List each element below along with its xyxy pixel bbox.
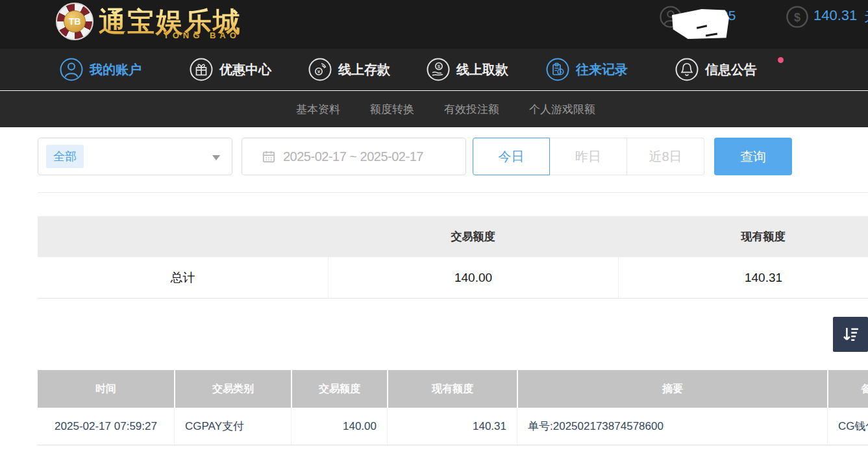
svg-text:¥: ¥ bbox=[317, 69, 321, 75]
brand-name-en: TONG BAO bbox=[164, 31, 240, 40]
summary-total-row: 总计 140.00 140.31 bbox=[38, 257, 868, 299]
record-time: 2025-02-17 07:59:27 bbox=[38, 408, 174, 445]
summary-total-label: 总计 bbox=[38, 257, 328, 298]
brand-chip-label: TB bbox=[64, 10, 86, 32]
chevron-down-icon bbox=[212, 155, 220, 160]
nav-label: 优惠中心 bbox=[219, 61, 271, 79]
record-type: CGPAY支付 bbox=[174, 408, 291, 445]
records-header-time: 时间 bbox=[38, 370, 174, 408]
announcement-notification-dot bbox=[778, 57, 784, 63]
calendar-icon bbox=[262, 149, 276, 164]
main-nav: 我的账户 优惠中心 ¥ 线上存款 $ 线上取款 bbox=[0, 49, 868, 90]
svg-text:$: $ bbox=[438, 64, 441, 69]
svg-text:$: $ bbox=[794, 11, 800, 24]
quick-range-today[interactable]: 今日 bbox=[473, 138, 550, 175]
date-range-input[interactable]: 2025-02-17 ~ 2025-02-17 bbox=[242, 138, 466, 175]
subnav-item-quota-transfer[interactable]: 额度转换 bbox=[370, 102, 414, 117]
selected-type-tag: 全部 bbox=[46, 145, 84, 168]
nav-item-deposit[interactable]: ¥ 线上存款 bbox=[308, 49, 390, 90]
nav-item-transaction-records[interactable]: 往来记录 bbox=[546, 49, 628, 90]
bell-icon bbox=[675, 58, 699, 81]
summary-header-blank bbox=[38, 216, 328, 257]
records-header-balance: 现有额度 bbox=[387, 370, 517, 408]
top-bar: TB 通宝娱乐城 TONG BAO 25 $ 140.31 元 bbox=[0, 0, 868, 49]
summary-header-current-balance: 现有额度 bbox=[618, 216, 868, 257]
nav-label: 往来记录 bbox=[576, 61, 628, 79]
sub-nav: 基本资料 额度转换 有效投注额 个人游戏限额 bbox=[0, 91, 868, 127]
summary-total-amount: 140.00 bbox=[328, 257, 618, 298]
record-amount: 140.00 bbox=[291, 408, 387, 445]
transaction-type-select[interactable]: 全部 bbox=[38, 138, 232, 175]
records-header-amount: 交易额度 bbox=[291, 370, 387, 408]
brand-chip-logo: TB bbox=[56, 3, 93, 40]
username-redaction-scribble bbox=[672, 9, 729, 39]
record-summary: 单号:202502173874578600 bbox=[517, 408, 827, 445]
records-icon bbox=[546, 58, 569, 81]
quick-range-group: 今日 昨日 近8日 bbox=[473, 138, 704, 175]
quick-range-last8days[interactable]: 近8日 bbox=[627, 138, 704, 175]
summary-table-header: 交易额度 现有额度 bbox=[38, 216, 868, 257]
nav-item-promotions[interactable]: 优惠中心 bbox=[190, 49, 271, 90]
records-header-type: 交易类别 bbox=[174, 370, 291, 408]
balance-amount: 140.31 bbox=[813, 7, 857, 24]
user-icon bbox=[60, 58, 83, 81]
subnav-item-game-limits[interactable]: 个人游戏限额 bbox=[529, 102, 595, 117]
records-table-row: 2025-02-17 07:59:27 CGPAY支付 140.00 140.3… bbox=[38, 408, 868, 445]
scribble-mark bbox=[706, 32, 717, 36]
deposit-icon: ¥ bbox=[308, 58, 332, 81]
summary-total-balance: 140.31 bbox=[618, 257, 868, 298]
subnav-item-valid-bets[interactable]: 有效投注额 bbox=[444, 102, 499, 117]
nav-label: 线上取款 bbox=[456, 61, 508, 79]
quick-range-yesterday[interactable]: 昨日 bbox=[550, 138, 627, 175]
summary-header-transaction-amount: 交易额度 bbox=[328, 216, 618, 257]
withdraw-icon: $ bbox=[427, 58, 450, 81]
records-table-header: 时间 交易类别 交易额度 现有额度 摘要 备注 bbox=[38, 370, 868, 408]
records-header-remark: 备注 bbox=[827, 370, 868, 408]
record-balance: 140.31 bbox=[387, 408, 517, 445]
gift-icon bbox=[190, 58, 213, 81]
nav-item-announcements[interactable]: 信息公告 bbox=[675, 49, 757, 90]
date-range-value: 2025-02-17 ~ 2025-02-17 bbox=[283, 149, 423, 164]
section-divider bbox=[38, 192, 868, 193]
balance-unit: 元 bbox=[864, 8, 868, 26]
nav-item-my-account[interactable]: 我的账户 bbox=[60, 49, 142, 90]
nav-label: 线上存款 bbox=[338, 61, 390, 79]
sort-descending-icon bbox=[841, 325, 860, 344]
records-header-summary: 摘要 bbox=[517, 370, 827, 408]
query-button[interactable]: 查询 bbox=[714, 138, 792, 175]
nav-label: 我的账户 bbox=[90, 61, 142, 79]
nav-item-withdraw[interactable]: $ 线上取款 bbox=[427, 49, 508, 90]
record-remark: CG钱包 bbox=[827, 408, 868, 445]
sort-descending-button[interactable] bbox=[833, 317, 868, 352]
nav-label: 信息公告 bbox=[705, 61, 757, 79]
scribble-mark bbox=[697, 25, 707, 29]
subnav-item-basic-info[interactable]: 基本资料 bbox=[296, 102, 340, 117]
balance-dollar-icon: $ bbox=[786, 6, 808, 28]
